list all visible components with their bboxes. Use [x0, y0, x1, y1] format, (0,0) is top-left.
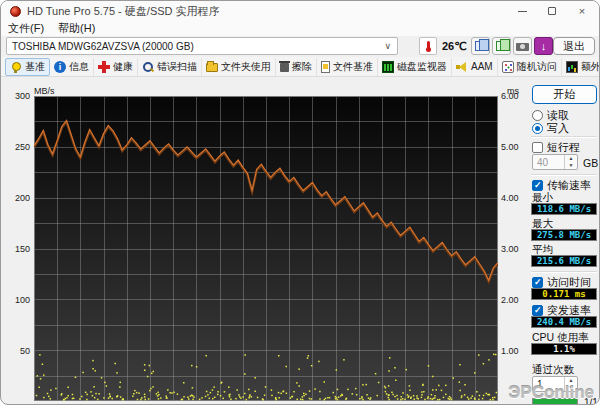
window-title: HD Tune Pro 5.75 - 硬盘/SSD 实用程序	[27, 4, 220, 19]
y-axis-unit-left: MB/s	[34, 86, 55, 96]
aam-icon	[456, 61, 468, 73]
menu-bar: 文件(F) 帮助(H)	[1, 21, 599, 36]
disk-monitor-icon	[382, 61, 394, 73]
write-option[interactable]: 写入	[532, 121, 569, 136]
tab-disk-monitor[interactable]: 磁盘监视器	[378, 58, 452, 76]
temperature-value: 26℃	[442, 40, 467, 53]
axis-tick: 2.00	[501, 295, 527, 305]
camera-icon	[516, 43, 529, 51]
erase-icon	[280, 63, 289, 72]
axis-tick: 1.00	[501, 346, 527, 356]
axis-tick: 6.00	[501, 91, 527, 101]
tab-health[interactable]: 健康	[94, 58, 138, 76]
extra-tests-icon	[566, 61, 578, 73]
stepper-arrows[interactable]: ▲▼	[564, 155, 577, 169]
capacity-unit-label: GB	[583, 157, 598, 169]
toolbar: 基准 i 信息 健康 错误扫描 文件夹使用 擦除 文件基准 磁盘监视器	[1, 57, 599, 77]
title-bar[interactable]: HD Tune Pro 5.75 - 硬盘/SSD 实用程序 ×	[1, 1, 599, 21]
tab-erase[interactable]: 擦除	[276, 58, 317, 76]
tab-info[interactable]: i 信息	[50, 58, 94, 76]
divider	[531, 136, 597, 137]
access-time-value: 0.171 ms	[531, 288, 597, 300]
capacity-stepper[interactable]: 40 ▲▼	[532, 154, 578, 170]
start-button[interactable]: 开始	[532, 85, 597, 104]
minimize-button[interactable]	[507, 1, 537, 21]
axis-tick: 250	[4, 142, 30, 152]
benchmark-icon	[10, 61, 22, 73]
copy-text-button[interactable]	[492, 37, 511, 55]
tab-benchmark[interactable]: 基准	[5, 58, 50, 76]
folder-usage-icon	[206, 63, 218, 72]
menu-file[interactable]: 文件(F)	[1, 21, 51, 36]
min-value: 118.6 MB/s	[531, 203, 597, 215]
transfer-rate-checkbox[interactable]	[532, 180, 543, 191]
axis-tick: 100	[4, 295, 30, 305]
tab-aam[interactable]: AAM	[452, 58, 498, 76]
benchmark-panel: 开始 读取 写入 短行程 40 ▲▼ GB 传输速率 最小 118.6 MB/s…	[529, 77, 600, 405]
axis-tick: 200	[4, 193, 30, 203]
tab-file-benchmark[interactable]: 文件基准	[317, 58, 378, 76]
exit-button[interactable]: 退出	[553, 37, 595, 55]
tab-random-access[interactable]: 随机访问	[498, 58, 562, 76]
temperature-indicator	[419, 37, 437, 55]
screenshot-button[interactable]	[513, 37, 532, 55]
maximize-button[interactable]	[537, 1, 567, 21]
tab-folder-usage[interactable]: 文件夹使用	[202, 58, 276, 76]
divider	[531, 271, 597, 272]
tab-error-scan[interactable]: 错误扫描	[138, 58, 202, 76]
max-value: 275.8 MB/s	[531, 229, 597, 241]
axis-tick: 50	[4, 346, 30, 356]
app-window: HD Tune Pro 5.75 - 硬盘/SSD 实用程序 × 文件(F) 帮…	[0, 0, 600, 405]
health-icon	[98, 61, 110, 73]
access-time-checkbox[interactable]	[532, 277, 543, 288]
pass-count-label: 通过次数	[532, 363, 574, 377]
drive-select-value: TOSHIBA MDWG62AVZSVA (20000 GB)	[7, 41, 384, 52]
close-button[interactable]: ×	[567, 1, 597, 21]
axis-tick: 4.00	[501, 193, 527, 203]
write-radio[interactable]	[532, 123, 543, 134]
benchmark-chart	[34, 96, 498, 401]
error-scan-icon	[142, 61, 154, 73]
info-icon: i	[54, 61, 66, 73]
chevron-down-icon: ∨	[384, 41, 397, 51]
random-access-icon	[502, 61, 514, 73]
axis-tick: 300	[4, 91, 30, 101]
avg-value: 215.6 MB/s	[531, 255, 597, 267]
short-stroke-option[interactable]: 短行程	[532, 140, 580, 155]
step-down-icon[interactable]: ▼	[565, 162, 577, 169]
drive-select[interactable]: TOSHIBA MDWG62AVZSVA (20000 GB) ∨	[6, 37, 398, 55]
short-stroke-checkbox[interactable]	[532, 142, 543, 153]
file-benchmark-icon	[321, 61, 330, 73]
copy-image-icon	[475, 41, 483, 51]
axis-tick: 150	[4, 244, 30, 254]
axis-tick: 5.00	[501, 142, 527, 152]
copy-image-button[interactable]	[471, 37, 490, 55]
maximize-icon	[548, 7, 556, 15]
divider	[531, 174, 597, 175]
step-up-icon[interactable]: ▲	[565, 155, 577, 162]
burst-rate-checkbox[interactable]	[532, 305, 543, 316]
axis-tick: 3.00	[501, 244, 527, 254]
app-icon	[10, 6, 21, 17]
thermometer-icon	[427, 41, 430, 50]
minimize-icon	[518, 11, 527, 12]
read-radio[interactable]	[532, 110, 543, 121]
download-update-button[interactable]: ↓	[534, 37, 553, 55]
tab-extra-tests[interactable]: 额外测试	[562, 58, 600, 76]
pconline-watermark: ЭPConline	[508, 383, 594, 403]
drive-row: TOSHIBA MDWG62AVZSVA (20000 GB) ∨ 26℃ ↓ …	[1, 37, 599, 56]
burst-rate-value: 240.4 MB/s	[531, 316, 597, 328]
copy-text-icon	[496, 41, 504, 51]
cpu-usage-value: 1.1%	[531, 343, 597, 355]
menu-help[interactable]: 帮助(H)	[51, 21, 102, 36]
